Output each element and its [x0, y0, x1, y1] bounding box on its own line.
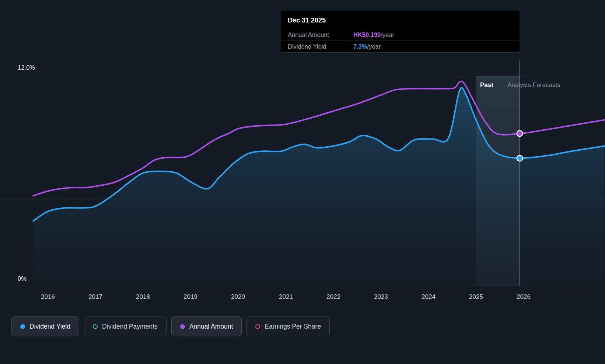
tooltip-label: Dividend Yield: [288, 43, 353, 50]
tooltip-value-dividend-yield: 7.3%: [353, 43, 367, 50]
tooltip-suffix: /year: [381, 31, 394, 38]
x-tick-2017: 2017: [84, 293, 106, 301]
tooltip: Dec 31 2025 Annual Amount HK$0.190 /year…: [281, 11, 520, 53]
x-tick-2018: 2018: [132, 293, 154, 301]
legend-item-earnings-per-share[interactable]: Earnings Per Share: [246, 316, 330, 336]
legend-item-annual-amount[interactable]: Annual Amount: [171, 316, 242, 336]
x-tick-2016: 2016: [37, 293, 59, 301]
y-axis-label-max: 12.0%: [18, 64, 35, 71]
x-tick-2021: 2021: [275, 293, 297, 301]
dividend-payments-swatch-icon: [93, 324, 98, 329]
marker-annual-amount[interactable]: [517, 130, 523, 136]
legend-label: Earnings Per Share: [265, 323, 321, 330]
x-tick-2023: 2023: [370, 293, 392, 301]
dividend-chart-page: 12.0% 0% Past Analysts Forecasts 2016201…: [0, 0, 605, 364]
legend-item-dividend-payments[interactable]: Dividend Payments: [84, 316, 167, 336]
tooltip-date: Dec 31 2025: [281, 11, 520, 29]
marker-dividend-yield[interactable]: [517, 155, 523, 161]
analysts-forecast-label: Analysts Forecasts: [507, 81, 568, 89]
tooltip-value-annual-amount: HK$0.190: [353, 31, 381, 38]
tooltip-suffix: /year: [367, 43, 381, 50]
x-tick-2026: 2026: [513, 293, 535, 301]
x-axis: 2016201720182019202020212022202320242025…: [0, 293, 605, 304]
annual-amount-swatch-icon: [180, 324, 185, 329]
tooltip-row: Dividend Yield 7.3% /year: [281, 41, 520, 52]
legend-label: Dividend Yield: [29, 323, 70, 330]
x-tick-2025: 2025: [465, 293, 487, 301]
y-axis-label-min: 0%: [18, 275, 27, 282]
dividend-yield-swatch-icon: [20, 324, 25, 329]
legend-label: Dividend Payments: [102, 323, 158, 330]
legend: Dividend YieldDividend PaymentsAnnual Am…: [11, 316, 330, 336]
past-label: Past: [480, 81, 493, 89]
legend-item-dividend-yield[interactable]: Dividend Yield: [11, 316, 79, 336]
x-tick-2024: 2024: [417, 293, 440, 301]
tooltip-row: Annual Amount HK$0.190 /year: [281, 29, 520, 41]
x-tick-2022: 2022: [322, 293, 345, 301]
legend-label: Annual Amount: [189, 323, 233, 330]
x-tick-2019: 2019: [179, 293, 202, 301]
earnings-per-share-swatch-icon: [255, 324, 260, 329]
tooltip-label: Annual Amount: [288, 31, 353, 38]
x-tick-2020: 2020: [227, 293, 249, 301]
